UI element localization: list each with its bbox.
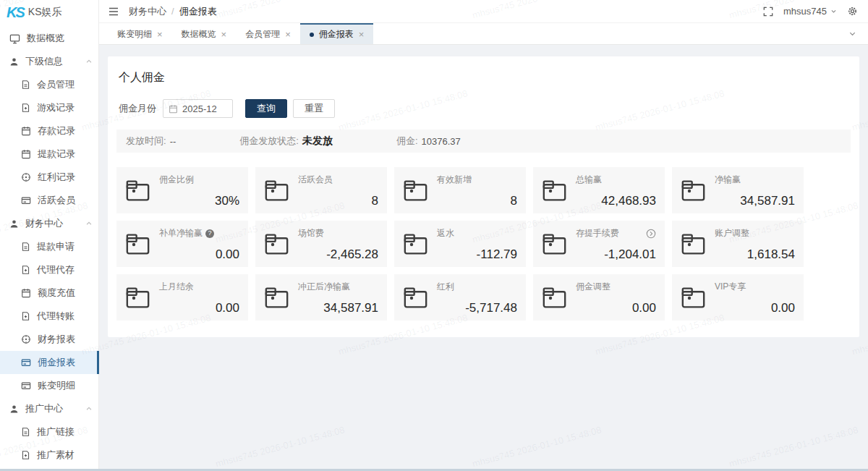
folder-icon bbox=[541, 281, 568, 314]
calendar-icon bbox=[169, 104, 178, 114]
sidebar-item-label: 财务中心 bbox=[25, 217, 63, 230]
breadcrumb: 财务中心 / 佣金报表 bbox=[129, 5, 217, 18]
tab-bar: 账变明细×数据概览×会员管理×佣金报表× bbox=[99, 23, 868, 45]
sidebar-item-提款申请[interactable]: 提款申请 bbox=[0, 235, 98, 258]
sidebar-item-label: 代理代存 bbox=[37, 263, 75, 276]
stat-card-value: -5,717.48 bbox=[437, 302, 517, 314]
doc-icon bbox=[21, 242, 30, 252]
sidebar-item-游戏记录[interactable]: 游戏记录 bbox=[0, 96, 98, 119]
menu-collapse-icon[interactable] bbox=[109, 7, 119, 16]
tab-label: 佣金报表 bbox=[319, 28, 354, 41]
sidebar-item-账变明细[interactable]: 账变明细 bbox=[0, 374, 98, 397]
stat-card-value: -112.79 bbox=[437, 248, 517, 260]
folder-icon bbox=[124, 174, 151, 207]
folder-icon bbox=[680, 227, 707, 260]
calendar-icon bbox=[21, 126, 31, 136]
sidebar-item-label: 存款记录 bbox=[38, 124, 75, 137]
tab-数据概览[interactable]: 数据概览× bbox=[172, 23, 237, 44]
stat-card-value: 34,587.91 bbox=[298, 302, 378, 314]
sidebar-item-财务中心[interactable]: 财务中心 bbox=[0, 212, 98, 235]
sidebar-item-红利记录[interactable]: 红利记录 bbox=[0, 166, 98, 189]
stat-card-value: 30% bbox=[159, 195, 239, 207]
sidebar-item-额度充值[interactable]: 额度充值 bbox=[0, 281, 98, 305]
tab-佣金报表[interactable]: 佣金报表× bbox=[300, 23, 374, 44]
chevron-right-circle-icon[interactable] bbox=[646, 229, 656, 239]
calendar-icon bbox=[21, 288, 31, 298]
sidebar-item-label: 活跃会员 bbox=[38, 194, 75, 207]
stat-card-value: 0.00 bbox=[159, 302, 239, 314]
tabbar-chevron-down-icon[interactable] bbox=[848, 23, 868, 44]
status-field-label: 发放时间: bbox=[126, 135, 166, 148]
sidebar-item-会员管理[interactable]: 会员管理 bbox=[0, 73, 98, 96]
folder-icon bbox=[680, 174, 707, 207]
stat-card-场馆费: 场馆费-2,465.28 bbox=[255, 221, 387, 267]
sidebar-item-存款记录[interactable]: 存款记录 bbox=[0, 119, 98, 143]
stat-card-label: 红利 bbox=[437, 282, 454, 292]
folder-icon bbox=[680, 281, 707, 314]
stat-card-value: 8 bbox=[437, 195, 517, 207]
stat-card-佣金比例: 佣金比例30% bbox=[116, 167, 248, 213]
tab-close-icon[interactable]: × bbox=[285, 30, 291, 39]
query-button[interactable]: 查询 bbox=[245, 99, 287, 118]
sidebar-item-下级信息[interactable]: 下级信息 bbox=[0, 50, 98, 73]
stat-card-label: 佣金比例 bbox=[159, 175, 194, 184]
sidebar-item-label: 提款申请 bbox=[37, 240, 75, 253]
stat-card-VIP专享: VIP专享0.00 bbox=[672, 274, 804, 321]
stat-card-label: 佣金调整 bbox=[576, 282, 610, 292]
commission-panel: 个人佣金 佣金月份 2025-12 查询 重置 发放时间:--佣金发放状态:未发… bbox=[108, 56, 859, 337]
stat-card-label: 补单净输赢 bbox=[159, 229, 203, 238]
sidebar-item-代理代存[interactable]: 代理代存 bbox=[0, 258, 98, 281]
sidebar-item-推广链接[interactable]: 推广链接 bbox=[0, 420, 98, 444]
sidebar-item-提款记录[interactable]: 提款记录 bbox=[0, 143, 98, 166]
gear-icon[interactable] bbox=[847, 6, 858, 17]
sidebar-item-佣金报表[interactable]: 佣金报表 bbox=[0, 351, 98, 374]
month-field-label: 佣金月份 bbox=[119, 102, 156, 115]
app-window: KS KS娱乐 数据概览下级信息会员管理游戏记录存款记录提款记录红利记录活跃会员… bbox=[0, 0, 868, 471]
breadcrumb-separator: / bbox=[171, 6, 174, 17]
tab-close-icon[interactable]: × bbox=[359, 30, 365, 39]
doc-plus-icon bbox=[21, 103, 30, 113]
sidebar-item-label: 游戏记录 bbox=[37, 101, 75, 114]
sidebar-item-label: 下级信息 bbox=[25, 55, 63, 68]
stat-card-value: -1,204.01 bbox=[576, 248, 656, 260]
sidebar-item-label: 红利记录 bbox=[38, 171, 75, 184]
tab-label: 会员管理 bbox=[245, 28, 280, 41]
folder-icon bbox=[263, 281, 290, 314]
user-menu[interactable]: mhsus745 bbox=[783, 6, 837, 17]
sidebar-item-代理转账[interactable]: 代理转账 bbox=[0, 305, 98, 328]
sidebar-item-推广中心[interactable]: 推广中心 bbox=[0, 397, 98, 420]
reset-button[interactable]: 重置 bbox=[293, 99, 335, 118]
logo-icon: KS bbox=[7, 5, 24, 20]
sidebar-item-数据概览[interactable]: 数据概览 bbox=[0, 27, 98, 50]
doc-icon bbox=[21, 80, 30, 90]
help-icon[interactable]: ? bbox=[205, 229, 214, 238]
breadcrumb-section[interactable]: 财务中心 bbox=[129, 5, 166, 18]
sidebar-item-label: 代理转账 bbox=[37, 310, 75, 323]
stat-card-value: 1,618.54 bbox=[715, 248, 795, 260]
folder-icon bbox=[124, 227, 151, 260]
sidebar-item-label: 推广中心 bbox=[25, 402, 63, 415]
tab-close-icon[interactable]: × bbox=[221, 30, 227, 39]
folder-icon bbox=[263, 174, 290, 207]
status-field: 佣金发放状态:未发放 bbox=[239, 135, 333, 148]
stat-card-label: 存提手续费 bbox=[576, 229, 619, 238]
stat-card-label: 活跃会员 bbox=[298, 175, 333, 184]
header-actions: mhsus745 bbox=[763, 6, 858, 17]
sidebar-item-财务报表[interactable]: 财务报表 bbox=[0, 328, 98, 351]
stat-card-value: 0.00 bbox=[576, 302, 656, 314]
sidebar-item-推广素材[interactable]: 推广素材 bbox=[0, 444, 98, 467]
doc-icon bbox=[21, 427, 30, 437]
sidebar-item-活跃会员[interactable]: 活跃会员 bbox=[0, 189, 98, 212]
username: mhsus745 bbox=[783, 6, 827, 17]
stat-card-佣金调整: 佣金调整0.00 bbox=[533, 274, 665, 321]
sidebar-item-label: 额度充值 bbox=[38, 287, 75, 300]
fullscreen-icon[interactable] bbox=[763, 7, 773, 17]
month-picker-input[interactable]: 2025-12 bbox=[163, 99, 233, 118]
tab-会员管理[interactable]: 会员管理× bbox=[236, 23, 300, 44]
folder-icon bbox=[402, 281, 429, 314]
content-area: 个人佣金 佣金月份 2025-12 查询 重置 发放时间:--佣金发放状态:未发… bbox=[99, 45, 868, 471]
tab-close-icon[interactable]: × bbox=[157, 30, 163, 39]
folder-icon bbox=[402, 174, 429, 207]
stat-card-value: 42,468.93 bbox=[576, 195, 656, 207]
tab-账变明细[interactable]: 账变明细× bbox=[108, 23, 172, 44]
